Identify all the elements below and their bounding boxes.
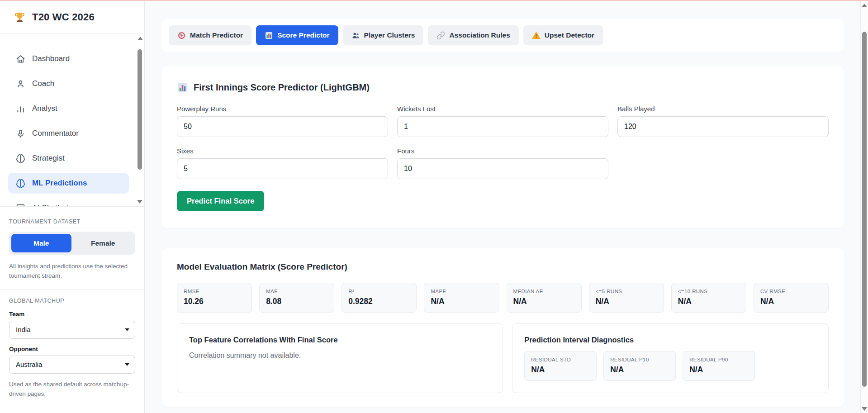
- window-scrollbar[interactable]: [860, 1, 868, 413]
- sixes-input[interactable]: [177, 158, 388, 179]
- tab-association-rules[interactable]: Association Rules: [428, 25, 518, 45]
- sidebar-item-commentator[interactable]: Commentator: [8, 123, 129, 144]
- predictor-card-title-text: First Innings Score Predictor (LightGBM): [194, 82, 370, 93]
- metric-label: <=10 RUNS: [678, 289, 740, 294]
- correlations-empty-message: Correlation summary not available.: [189, 351, 491, 360]
- tournament-dataset-section: TOURNAMENT DATASET Male Female All insig…: [0, 218, 144, 281]
- home-icon: [15, 54, 25, 64]
- chat-icon: [15, 203, 25, 207]
- powerplay-runs-field: Powerplay Runs: [177, 105, 388, 137]
- metric-value: N/A: [760, 297, 822, 306]
- opponent-select[interactable]: Australia: [9, 356, 135, 374]
- window-scrollbar-thumb[interactable]: [862, 32, 867, 387]
- metric-value: 0.9282: [348, 297, 410, 306]
- metric-label: RESIDUAL P90: [689, 357, 748, 362]
- app-brand: T20 WC 2026: [0, 1, 144, 34]
- balls-played-input[interactable]: [617, 116, 829, 137]
- metric-label: RESIDUAL STD: [531, 357, 590, 362]
- trophy-icon: [14, 11, 26, 24]
- metric-label: R²: [348, 289, 410, 294]
- interval-diagnostics-panel: Prediction Interval Diagnostics RESIDUAL…: [512, 323, 829, 393]
- metric-value: 10.26: [184, 297, 245, 306]
- user-icon: [15, 79, 25, 89]
- warning-icon: [532, 31, 541, 40]
- metric-value: N/A: [531, 365, 590, 375]
- tab-match-predictor[interactable]: Match Predictor: [169, 25, 251, 45]
- female-toggle-button[interactable]: Female: [73, 234, 133, 252]
- tab-label: Match Predictor: [190, 31, 243, 39]
- sidebar-item-ml-predictions[interactable]: ML Predictions: [8, 173, 129, 194]
- metric-cv-rmse: CV RMSE N/A: [754, 283, 829, 313]
- link-icon: [436, 31, 445, 40]
- scroll-down-arrow-icon[interactable]: [862, 407, 867, 411]
- team-select[interactable]: India: [9, 321, 135, 339]
- target-icon: [177, 31, 186, 40]
- sidebar-item-label: ML Predictions: [32, 179, 87, 188]
- sidebar-item-ai-chatbot[interactable]: AI Chatbot: [8, 198, 129, 207]
- sidebar-item-analyst[interactable]: Analyst: [8, 98, 129, 119]
- metric-value: N/A: [513, 297, 575, 306]
- sidebar-divider: [0, 289, 144, 290]
- chevron-down-icon: [125, 363, 129, 366]
- metric-value: N/A: [610, 365, 669, 375]
- global-matchup-heading: GLOBAL MATCHUP: [9, 298, 135, 304]
- sidebar-scrollbar[interactable]: [137, 37, 143, 204]
- metric-within-5-runs: <=5 RUNS N/A: [589, 283, 664, 313]
- feature-correlations-panel: Top Feature Correlations With Final Scor…: [177, 323, 503, 393]
- tournament-dataset-heading: TOURNAMENT DATASET: [9, 218, 135, 225]
- metric-mae: MAE 8.08: [259, 283, 334, 313]
- metric-mape: MAPE N/A: [424, 283, 499, 313]
- correlations-title: Top Feature Correlations With Final Scor…: [189, 336, 491, 344]
- bar-chart-emoji-icon: [177, 82, 188, 93]
- metric-value: N/A: [678, 297, 740, 306]
- users-icon: [351, 31, 360, 40]
- sidebar-scrollbar-thumb[interactable]: [138, 49, 142, 170]
- score-predictor-card: First Innings Score Predictor (LightGBM)…: [161, 66, 844, 228]
- tab-player-clusters[interactable]: Player Clusters: [343, 25, 424, 45]
- team-select-value: India: [16, 326, 31, 333]
- opponent-label: Opponent: [9, 346, 135, 352]
- tab-label: Player Clusters: [364, 31, 415, 39]
- metric-value: N/A: [431, 297, 492, 306]
- sidebar-item-label: Dashboard: [32, 54, 70, 63]
- main-content: Match Predictor Score Predictor Player C…: [145, 1, 860, 413]
- tab-score-predictor[interactable]: Score Predictor: [256, 25, 338, 45]
- sidebar-item-dashboard[interactable]: Dashboard: [8, 48, 129, 69]
- evaluation-card-title: Model Evaluation Matrix (Score Predictor…: [177, 262, 829, 272]
- metric-label: RMSE: [184, 289, 245, 294]
- tab-label: Upset Detector: [545, 31, 594, 39]
- metric-label: MEDIAN AE: [513, 289, 575, 294]
- sidebar-item-strategist[interactable]: Strategist: [8, 148, 129, 169]
- scroll-up-arrow-icon[interactable]: [862, 4, 867, 7]
- residual-metrics-row: RESIDUAL STD N/A RESIDUAL P10 N/A RESIDU…: [524, 351, 816, 381]
- metric-median-ae: MEDIAN AE N/A: [507, 283, 582, 313]
- metric-rmse: RMSE 10.26: [177, 283, 252, 313]
- predict-final-score-button[interactable]: Predict Final Score: [177, 191, 264, 211]
- microphone-icon: [15, 128, 25, 138]
- brain-icon: [15, 178, 25, 188]
- wickets-lost-field: Wickets Lost: [397, 105, 608, 137]
- sixes-label: Sixes: [177, 147, 388, 155]
- metric-label: <=5 RUNS: [596, 289, 657, 294]
- opponent-select-value: Australia: [16, 361, 42, 368]
- metric-label: MAE: [266, 289, 327, 294]
- metric-value: 8.08: [266, 297, 327, 306]
- sixes-field: Sixes: [177, 147, 388, 179]
- wickets-lost-input[interactable]: [397, 116, 608, 137]
- metric-label: RESIDUAL P10: [610, 357, 669, 362]
- balls-played-field: Balls Played: [617, 105, 829, 137]
- metric-residual-std: RESIDUAL STD N/A: [524, 351, 597, 381]
- scroll-up-arrow-icon[interactable]: [138, 37, 143, 40]
- scroll-down-arrow-icon[interactable]: [137, 200, 142, 204]
- male-toggle-button[interactable]: Male: [11, 234, 71, 252]
- powerplay-runs-input[interactable]: [177, 116, 388, 137]
- sidebar: T20 WC 2026 Dashboard Coach Analyst Comm…: [0, 1, 145, 413]
- metric-residual-p90: RESIDUAL P90 N/A: [683, 351, 755, 381]
- sidebar-item-label: Commentator: [32, 129, 79, 138]
- fours-input[interactable]: [397, 158, 608, 179]
- global-matchup-section: GLOBAL MATCHUP Team India Opponent Austr…: [0, 298, 144, 399]
- metric-label: MAPE: [431, 289, 492, 294]
- tab-upset-detector[interactable]: Upset Detector: [523, 25, 603, 45]
- sidebar-item-coach[interactable]: Coach: [8, 73, 129, 94]
- metrics-row: RMSE 10.26 MAE 8.08 R² 0.9282 MAPE N/A M…: [177, 283, 829, 313]
